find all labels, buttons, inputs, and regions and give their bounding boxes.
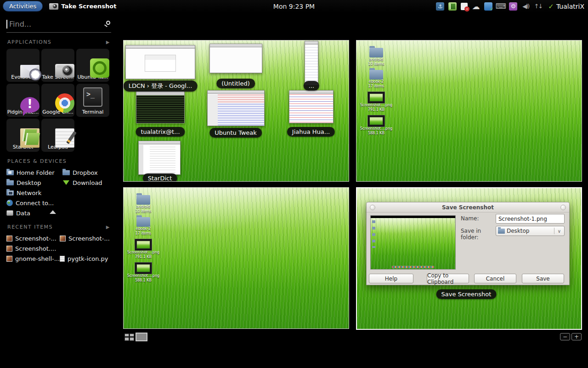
- app-tile-ubuntu-tweak[interactable]: Ubuntu Tw...: [76, 49, 109, 82]
- folder-dropdown[interactable]: Desktop ∨: [496, 226, 565, 236]
- desktop-icon-folder[interactable]: android 10 items: [128, 195, 158, 214]
- place-network[interactable]: Network: [6, 188, 62, 197]
- icon-label: Screenshot....png: [360, 103, 392, 108]
- place-dropbox[interactable]: Dropbox: [62, 168, 113, 177]
- app-tile-stardict[interactable]: StarDict: [6, 119, 40, 152]
- app-tile-evolution[interactable]: Evolution: [6, 49, 40, 82]
- cancel-button[interactable]: Cancel: [474, 274, 516, 283]
- anchor-tray-icon[interactable]: ⚓: [436, 2, 444, 11]
- filename-input[interactable]: [496, 214, 565, 224]
- activities-button[interactable]: Activities: [3, 1, 43, 12]
- copy-to-clipboard-button[interactable]: Copy to Clipboard: [427, 274, 469, 283]
- cloud-tray-icon[interactable]: ☁: [472, 2, 480, 11]
- home-folder-icon: [6, 170, 14, 175]
- place-data[interactable]: Data: [6, 208, 62, 218]
- window-ubuntu-tweak[interactable]: [207, 90, 265, 126]
- add-workspace-button[interactable]: +: [571, 333, 582, 340]
- icon-label: Screenshot....png: [127, 274, 159, 278]
- save-button[interactable]: Save: [522, 274, 564, 283]
- presence-check-icon: ✓: [548, 2, 554, 11]
- window-titlebar: [289, 91, 333, 94]
- single-view-button[interactable]: [136, 333, 147, 341]
- search-icon: [106, 21, 110, 25]
- keyboard-tray-icon[interactable]: ⌨: [497, 2, 505, 11]
- app-grid: Evolution Take Scree... Ubuntu Tw... Pid…: [6, 49, 118, 152]
- places-header: PLACES & DEVICES: [7, 158, 110, 164]
- clock[interactable]: Mon 9:23 PM: [273, 3, 315, 10]
- top-bar: Activities Take Screenshot Mon 9:23 PM ⚓…: [0, 0, 588, 12]
- window-chat[interactable]: [289, 90, 334, 123]
- window-stardict[interactable]: [138, 141, 181, 175]
- places-header-label: PLACES & DEVICES: [7, 158, 67, 164]
- desktop-icons: android 10 items ebook-2 17 items Screen…: [361, 48, 391, 136]
- save-screenshot-dialog: Save Screenshot Name: Save in folder: De…: [366, 202, 570, 285]
- workspace-4-active[interactable]: Save Screenshot Name: Save in folder: De…: [356, 187, 582, 330]
- icon-sublabel: 10 items: [368, 62, 384, 67]
- desktop-icon-image[interactable]: Screenshot....png 791.1 KB: [128, 239, 158, 259]
- recent-item[interactable]: Screenshot-...: [60, 234, 117, 243]
- recent-item[interactable]: gnome-shell-...: [6, 254, 60, 263]
- remove-workspace-button[interactable]: −: [560, 333, 570, 340]
- recent-header[interactable]: RECENT ITEMS ▶: [7, 224, 110, 230]
- desktop-icon-folder[interactable]: android 10 items: [361, 48, 391, 67]
- window-terminal[interactable]: [136, 91, 185, 123]
- drive-icon: [6, 210, 13, 216]
- eject-icon[interactable]: [50, 210, 56, 214]
- applications-header[interactable]: APPLICATIONS ▶: [7, 39, 110, 45]
- app-tile-terminal[interactable]: >_ Terminal: [76, 84, 109, 117]
- username: TualatriX: [556, 3, 584, 10]
- place-home[interactable]: Home Folder: [6, 168, 62, 177]
- network-icon[interactable]: ↑↓: [534, 2, 542, 11]
- window-titlebar: [210, 44, 262, 47]
- applications-header-label: APPLICATIONS: [7, 39, 51, 45]
- screenshot-thumb-icon: [368, 92, 384, 103]
- desktop-icon-folder[interactable]: ebook-2 17 items: [361, 70, 391, 89]
- app-tile-take-screenshot[interactable]: Take Scree...: [41, 49, 74, 82]
- network-folder-icon: [6, 190, 14, 196]
- help-button[interactable]: Help: [369, 274, 413, 283]
- titlebar-button-right[interactable]: [560, 205, 566, 210]
- app-tile-chrome[interactable]: Google Ch...: [41, 84, 74, 117]
- window-label: StarDict: [143, 173, 177, 182]
- workspace-1[interactable]: LDCN › 登录 - Googl... (Untitled) ... tual…: [123, 40, 349, 182]
- icon-sublabel: 17 items: [368, 84, 384, 89]
- window-untitled[interactable]: [209, 44, 262, 73]
- recent-list: Screenshot-... Screenshot-... Screenshot…: [6, 234, 118, 263]
- notes-tray-icon[interactable]: [461, 3, 468, 10]
- focused-app-menu[interactable]: Take Screenshot: [49, 3, 116, 10]
- recent-item[interactable]: Screenshot-...: [6, 234, 60, 243]
- dropbox-tray-icon[interactable]: [484, 2, 492, 11]
- window-titlebar: [139, 141, 180, 144]
- place-download[interactable]: Download: [62, 178, 113, 187]
- user-menu[interactable]: ✓ TualatriX: [548, 2, 584, 11]
- desktop-icon-image[interactable]: Screenshot....png 588.1 KB: [361, 115, 391, 136]
- recent-item[interactable]: pygtk-icon.py: [60, 254, 117, 263]
- screenshot-thumb-icon: [135, 239, 152, 250]
- app-tile-leafpad[interactable]: Leafpad: [41, 119, 74, 152]
- desktop-icon-image[interactable]: Screenshot....png 588.1 KB: [128, 263, 158, 283]
- pidgin-icon: [20, 97, 40, 113]
- window-titlebar: [305, 41, 318, 45]
- workspace-add-remove-controls: − +: [560, 333, 582, 340]
- workspace-3[interactable]: android 10 items ebook-2 17 items Screen…: [123, 187, 349, 329]
- tweak-gear-tray-icon[interactable]: ⚙: [509, 2, 517, 11]
- workspace-2[interactable]: android 10 items ebook-2 17 items Screen…: [356, 40, 582, 182]
- folder-icon: [369, 70, 383, 80]
- grid-view-button[interactable]: [124, 334, 134, 341]
- window-browser[interactable]: [125, 45, 195, 79]
- window-titlebar: [126, 46, 195, 49]
- window-body: [139, 145, 180, 174]
- dialog-titlebar[interactable]: Save Screenshot: [367, 202, 569, 213]
- recent-label: Screenshot-...: [15, 235, 57, 242]
- app-tile-pidgin[interactable]: Pidgin Inte...: [6, 84, 40, 117]
- stardict-tray-icon[interactable]: [448, 2, 457, 11]
- place-desktop[interactable]: Desktop: [6, 178, 62, 187]
- recent-item[interactable]: Screenshot....: [6, 244, 60, 253]
- window-buddy-list[interactable]: [305, 41, 318, 86]
- volume-icon[interactable]: ◀)): [521, 2, 530, 11]
- place-connect[interactable]: Connect to...: [6, 198, 62, 207]
- desktop-icon-image[interactable]: Screenshot....png 791.1 KB: [361, 92, 391, 112]
- search-input[interactable]: [6, 20, 111, 29]
- desktop-icon-folder[interactable]: ebook-2 17 items: [128, 217, 158, 236]
- titlebar-button-left[interactable]: [370, 205, 375, 210]
